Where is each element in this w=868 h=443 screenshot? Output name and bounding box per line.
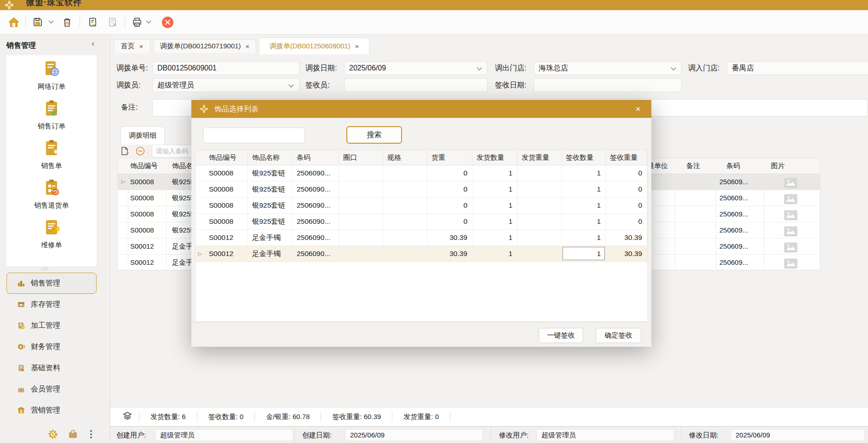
col-header-remark: 备注 — [686, 162, 700, 170]
created-date-value: 2025/06/09 — [345, 429, 483, 441]
dialog-search-button[interactable]: 搜索 — [346, 126, 402, 144]
record-info-bar: 创建用户: 超级管理员 创建日期: 2025/06/09 修改用户: 超级管理员… — [110, 426, 868, 443]
modified-date-label: 修改日期: — [689, 429, 719, 441]
col-header: 签收数量 — [562, 150, 606, 165]
dialog-table-row[interactable]: S00008 银925套链 2506090... 0 1 1 0 — [195, 214, 647, 230]
col-header: 签收重量 — [606, 150, 647, 165]
briefcase-icon[interactable] — [68, 430, 78, 441]
tab-transfer-1[interactable]: 调拨单(DB001250719001) × — [153, 39, 256, 53]
summary-recv-weight: 签收重量: 60.39 — [321, 413, 392, 421]
image-thumbnail-icon[interactable] — [784, 242, 798, 254]
created-by-value: 超级管理员 — [155, 429, 293, 441]
dialog-table-row[interactable]: S00008 银925套链 2506090... 0 1 1 0 — [195, 181, 647, 198]
dialog-footer: 一键签收 确定签收 — [191, 322, 651, 347]
print-dropdown-button[interactable] — [144, 15, 154, 29]
sidebar-item-label: 销售退货单 — [34, 201, 69, 210]
audit-confirm-button[interactable] — [86, 15, 100, 29]
chevron-down-icon — [48, 18, 53, 23]
home-button[interactable] — [6, 15, 21, 29]
sidebar-item-sales-slip[interactable]: ¥ 销售单 — [6, 134, 97, 174]
col-header: 条码 — [293, 150, 339, 165]
drag-handle-icon[interactable]: ∷∷ — [0, 267, 90, 270]
sidebar-collapse-button[interactable]: ‹ — [87, 39, 98, 50]
image-thumbnail-icon[interactable] — [784, 194, 798, 206]
recv-qty-edit-field[interactable]: 1 — [563, 247, 605, 260]
expander-icon[interactable]: ▷ — [195, 246, 205, 262]
remove-row-icon[interactable] — [135, 146, 145, 156]
image-thumbnail-icon[interactable] — [784, 258, 798, 270]
tab-home[interactable]: 首页 × — [114, 39, 150, 53]
save-button[interactable] — [30, 15, 45, 29]
tab-transfer-detail[interactable]: 调拨明细 — [121, 126, 165, 145]
gear-icon[interactable] — [48, 429, 58, 441]
receive-date-label: 签收日期: — [495, 78, 526, 92]
gift-icon — [17, 406, 25, 414]
dialog-table-row-selected[interactable]: ▷ S00012 足金手镯 2506090... 30.39 1 1 30.39 — [195, 246, 647, 262]
created-date-label: 创建日期: — [302, 429, 332, 441]
sidebar-item-member-mgmt[interactable]: 会员管理 — [6, 379, 97, 400]
crown-icon — [17, 385, 25, 393]
print-button[interactable] — [130, 15, 144, 29]
sales-order-icon — [41, 99, 62, 121]
process-doc-icon — [17, 321, 25, 330]
dialog-search-input[interactable] — [203, 128, 305, 143]
dialog-titlebar[interactable]: 饰品选择列表 × — [191, 100, 651, 118]
dialog-item-table: 饰品编号 饰品名称 条码 圈口 规格 货重 发货数量 发货重量 签收数量 签收重… — [195, 150, 648, 322]
network-order-icon — [41, 59, 62, 81]
sidebar-item-processing-mgmt[interactable]: 加工管理 — [6, 315, 97, 336]
transfer-date-field[interactable] — [344, 61, 488, 75]
sidebar-item-label: 基础资料 — [31, 363, 60, 373]
to-store-field[interactable] — [727, 61, 868, 75]
close-icon[interactable]: × — [246, 43, 250, 50]
layers-icon[interactable] — [122, 411, 132, 423]
add-row-icon[interactable] — [120, 146, 130, 156]
sidebar-item-basic-data[interactable]: 基础资料 — [6, 357, 97, 379]
receive-date-field[interactable] — [534, 78, 682, 92]
sidebar-item-label: 营销管理 — [31, 406, 60, 415]
dialog-table-row[interactable]: S00012 足金手镯 2506090... 30.39 1 1 30.39 — [195, 230, 647, 246]
one-click-sign-button[interactable]: 一键签收 — [539, 328, 583, 343]
item-select-dialog: 饰品选择列表 × 搜索 饰品编号 饰品名称 条码 圈口 规格 货重 发货数量 发… — [191, 100, 651, 347]
sidebar-item-finance-mgmt[interactable]: ¥ 财务管理 — [6, 336, 97, 357]
sidebar-item-marketing-mgmt[interactable]: 营销管理 — [6, 400, 97, 421]
image-thumbnail-icon[interactable] — [784, 210, 798, 222]
app-logo-icon — [5, 0, 14, 10]
to-store-label: 调入门店: — [688, 61, 719, 75]
main-toolbar — [0, 10, 868, 35]
sales-return-icon — [41, 178, 62, 200]
transfer-by-field[interactable] — [152, 78, 299, 92]
sidebar-bottom-bar — [0, 428, 110, 443]
sidebar-item-inventory-mgmt[interactable]: 库存管理 — [6, 294, 97, 315]
receiver-field[interactable] — [344, 78, 488, 92]
dialog-table-row[interactable]: S00008 银925套链 2506090... 0 1 1 0 — [195, 198, 647, 214]
sidebar-item-repair-order[interactable]: 维修单 — [6, 214, 97, 253]
sidebar-item-network-order[interactable]: 网络订单 — [6, 55, 97, 95]
delete-button[interactable] — [60, 15, 75, 29]
toolbar-separator — [80, 16, 80, 28]
sidebar-item-sales-mgmt[interactable]: 销售管理 — [6, 273, 97, 294]
confirm-sign-button[interactable]: 确定签收 — [596, 328, 641, 343]
close-window-button[interactable] — [160, 15, 175, 29]
transfer-no-field[interactable] — [152, 61, 299, 75]
col-header: 饰品名称 — [248, 150, 293, 165]
receiver-label: 签收员: — [305, 78, 329, 92]
close-icon[interactable]: × — [139, 43, 144, 50]
modified-by-value: 超级管理员 — [536, 429, 674, 441]
image-thumbnail-icon[interactable] — [784, 178, 798, 190]
dialog-table-row[interactable]: S00008 银925套链 2506090... 0 1 1 0 — [195, 165, 647, 181]
close-icon[interactable]: × — [355, 43, 359, 50]
summary-ship-weight: 发货重量: 0 — [392, 413, 450, 421]
from-store-label: 调出门店: — [495, 61, 526, 75]
sidebar-item-sales-return[interactable]: 销售退货单 — [6, 174, 97, 214]
tab-transfer-2[interactable]: 调拨单(DB001250609001) × — [259, 38, 369, 54]
bar-chart-icon — [17, 279, 25, 287]
sidebar-item-sales-order[interactable]: 销售订单 — [6, 95, 97, 134]
save-dropdown-button[interactable] — [46, 15, 56, 29]
expander-icon[interactable]: ▷ — [120, 179, 127, 185]
image-thumbnail-icon[interactable] — [784, 226, 798, 238]
from-store-field[interactable] — [534, 61, 682, 75]
audit-cancel-button[interactable] — [105, 15, 120, 29]
dialog-close-icon[interactable]: × — [632, 104, 644, 115]
more-options-icon[interactable] — [89, 429, 93, 441]
col-header: 货重 — [427, 150, 472, 165]
